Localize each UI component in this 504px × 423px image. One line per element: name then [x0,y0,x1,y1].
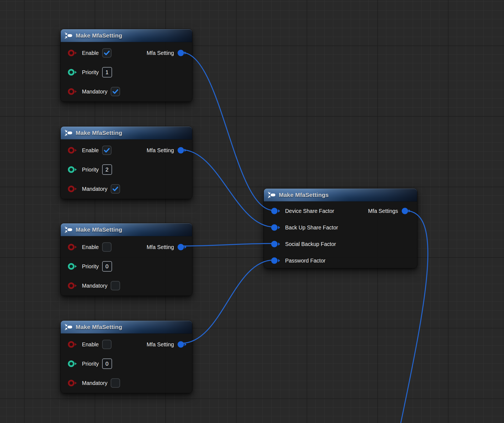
pin-label-password-factor: Password Factor [285,258,325,264]
bool-pin-enable[interactable] [68,147,79,154]
node-make-mfasetting-1[interactable]: Make MfaSetting Enable [60,29,192,102]
enable-checkbox[interactable] [102,242,112,252]
priority-input[interactable]: 2 [102,164,112,175]
pin-label-enable: Enable [82,244,99,250]
enable-checkbox[interactable] [102,48,112,58]
make-struct-icon [65,32,72,39]
node-title: Make MfaSetting [76,32,122,39]
pin-label-priority: Priority [82,69,99,76]
node-title: Make MfaSetting [76,226,122,233]
bool-pin-mandatory[interactable] [68,282,79,289]
pin-row-backup-share-factor: Back Up Share Factor [264,219,417,236]
pin-row-mandatory: Mandatory [61,276,192,295]
pin-row-priority: Priority 2 [61,160,192,179]
node-title: Make MfaSettings [279,192,329,198]
pin-row-priority: Priority 0 [61,257,192,276]
checkmark-icon [112,88,119,95]
wire-setting1-to-device-share-factor[interactable] [181,52,274,210]
mandatory-checkbox[interactable] [111,184,120,194]
pin-label-mfa-setting: Mfa Setting [147,244,174,250]
bool-pin-mandatory[interactable] [68,88,79,95]
struct-pin-mfa-setting-out[interactable] [177,243,188,251]
struct-pin-social-backup-factor[interactable] [271,240,282,248]
node-title-bar[interactable]: Make MfaSettings [264,189,417,202]
checkmark-icon [112,185,119,192]
priority-input[interactable]: 0 [102,358,112,369]
bool-pin-enable[interactable] [68,243,79,251]
int-pin-priority[interactable] [68,263,79,270]
node-make-mfasettings[interactable]: Make MfaSettings Device Share Factor [264,188,417,268]
pin-label-mandatory: Mandatory [82,283,107,289]
pin-row-output: Mfa Setting [147,241,188,253]
node-title: Make MfaSetting [76,130,122,136]
node-title: Make MfaSetting [76,324,122,330]
pin-label-enable: Enable [82,147,99,154]
int-pin-priority[interactable] [68,69,79,76]
mandatory-checkbox[interactable] [111,87,120,96]
pin-label-mfa-setting: Mfa Setting [147,50,174,56]
node-make-mfasetting-2[interactable]: Make MfaSetting Enable [60,126,192,199]
pin-label-social-backup-factor: Social Backup Factor [285,241,336,247]
bool-pin-mandatory[interactable] [68,379,79,387]
node-make-mfasetting-3[interactable]: Make MfaSetting Enable [60,223,192,296]
pin-label-priority: Priority [82,167,99,173]
struct-pin-mfa-setting-out[interactable] [177,341,188,348]
int-pin-priority[interactable] [68,360,79,367]
bool-pin-mandatory[interactable] [68,185,79,192]
pin-row-mandatory: Mandatory [61,179,192,199]
pin-row-priority: Priority 0 [61,354,192,373]
int-pin-priority[interactable] [68,166,79,173]
bool-pin-enable[interactable] [68,49,79,57]
struct-pin-device-share-factor[interactable] [271,207,282,215]
pin-row-mandatory: Mandatory [61,373,192,393]
pin-label-mandatory: Mandatory [82,186,107,192]
priority-input[interactable]: 1 [102,67,112,77]
node-title-bar[interactable]: Make MfaSetting [61,127,192,140]
pin-label-backup-share-factor: Back Up Share Factor [285,224,338,231]
make-struct-icon [65,324,72,330]
node-title-bar[interactable]: Make MfaSetting [61,321,192,334]
pin-row-output: Mfa Setting [147,144,188,156]
struct-pin-backup-share-factor[interactable] [271,224,282,231]
checkmark-icon [103,49,110,57]
make-struct-icon [65,130,72,136]
enable-checkbox[interactable] [102,340,112,349]
priority-input[interactable]: 0 [102,261,112,272]
node-make-mfasetting-4[interactable]: Make MfaSetting Enable [60,320,192,393]
pin-label-priority: Priority [82,263,99,270]
make-struct-icon [65,226,72,233]
pin-label-mfa-setting: Mfa Setting [147,147,174,154]
make-struct-icon [268,192,275,198]
pin-label-mfa-setting: Mfa Setting [147,341,174,348]
node-title-bar[interactable]: Make MfaSetting [61,223,192,236]
wire-setting2-to-backup-share-factor[interactable] [181,150,274,227]
pin-label-enable: Enable [82,341,99,348]
pin-row-social-backup-factor: Social Backup Factor [264,236,417,252]
mandatory-checkbox[interactable] [111,378,120,388]
pin-row-password-factor: Password Factor [264,252,417,269]
pin-row-mandatory: Mandatory [61,82,192,101]
checkmark-icon [103,147,110,154]
pin-label-enable: Enable [82,50,99,56]
struct-pin-password-factor[interactable] [271,257,282,264]
mandatory-checkbox[interactable] [111,281,120,290]
wire-setting4-to-password-factor[interactable] [181,260,274,343]
enable-checkbox[interactable] [102,146,112,155]
pin-label-mandatory: Mandatory [82,380,107,386]
blueprint-graph-canvas[interactable]: Make MfaSetting Enable [0,0,504,423]
wire-setting3-to-social-backup-factor[interactable] [181,243,274,246]
bool-pin-enable[interactable] [68,341,79,348]
pin-row-priority: Priority 1 [61,63,192,82]
pin-label-priority: Priority [82,361,99,367]
pin-label-mfa-settings: Mfa Settings [368,208,398,214]
node-title-bar[interactable]: Make MfaSetting [61,29,192,42]
pin-label-device-share-factor: Device Share Factor [285,208,334,214]
pin-row-output: Mfa Setting [147,47,188,59]
pin-row-output: Mfa Setting [147,338,188,350]
pin-label-mandatory: Mandatory [82,89,107,95]
